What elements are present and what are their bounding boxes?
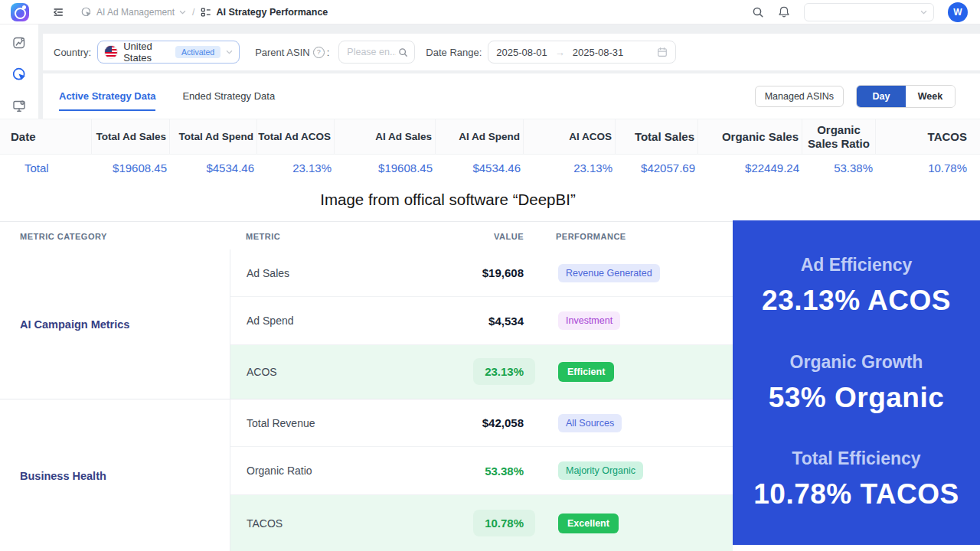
metric-value: $19,608 xyxy=(482,266,524,279)
summary-table-header: Date Total Ad Sales Total Ad Spend Total… xyxy=(0,119,980,155)
metric-value: 23.13% xyxy=(473,358,535,385)
date-range-picker[interactable]: 2025-08-01 → 2025-08-31 xyxy=(488,41,676,64)
metric-row-tacos: TACOS 10.78% Excellent xyxy=(230,495,733,551)
metric-name: TACOS xyxy=(247,517,283,530)
strategy-tabs-bar: Active Strategy Data Ended Strategy Data… xyxy=(43,73,980,119)
metrics-table-body: AI Campaign Metrics Ad Sales $19,608 Rev… xyxy=(0,249,733,551)
date-range-label: Date Range: xyxy=(426,47,482,58)
total-value: $42057.69 xyxy=(616,154,698,181)
column-header: AI Ad Sales xyxy=(335,119,436,154)
total-value: 23.13% xyxy=(257,154,335,181)
metric-name: ACOS xyxy=(247,366,277,378)
search-icon[interactable] xyxy=(398,47,408,57)
column-header: Organic Sales Ratio xyxy=(802,119,876,154)
metric-row-total-revenue: Total Revenue $42,058 All Sources xyxy=(230,399,733,447)
metric-value: $42,058 xyxy=(482,416,524,429)
account-select[interactable] xyxy=(804,3,934,21)
parent-asin-colon: : xyxy=(327,47,330,58)
date-start[interactable]: 2025-08-01 xyxy=(496,47,547,58)
performance-badge: Efficient xyxy=(558,362,614,382)
day-toggle-button[interactable]: Day xyxy=(857,86,906,107)
performance-badge: Investment xyxy=(558,311,620,330)
total-value: 10.78% xyxy=(876,154,970,181)
metric-row-organic-ratio: Organic Ratio 53.38% Majority Organic xyxy=(230,447,733,494)
metric-name: Organic Ratio xyxy=(247,465,312,477)
total-value: $19608.45 xyxy=(92,154,170,181)
date-end[interactable]: 2025-08-31 xyxy=(573,47,624,58)
promo-label: Organic Growth xyxy=(790,352,923,373)
metric-category-header: METRIC CATEGORY xyxy=(20,222,107,250)
column-header: AI Ad Spend xyxy=(436,119,524,154)
us-flag-icon xyxy=(104,45,118,59)
metrics-table-header: METRIC CATEGORY METRIC VALUE PERFORMANCE xyxy=(0,221,733,251)
column-header: Total Sales xyxy=(616,119,698,154)
category-rows: Ad Sales $19,608 Revenue Generated Ad Sp… xyxy=(230,249,733,399)
tab-ended-strategy-data[interactable]: Ended Strategy Data xyxy=(182,81,275,111)
country-label: Country: xyxy=(54,47,91,58)
column-header: Total Ad Sales xyxy=(92,119,170,154)
promo-value: 23.13% ACOS xyxy=(762,285,951,317)
menu-fold-icon[interactable] xyxy=(52,6,64,18)
app-logo-icon[interactable] xyxy=(11,3,29,21)
promo-total-efficiency: Total Efficiency 10.78% TACOS xyxy=(753,448,959,510)
breadcrumb: AI Ad Management / AI Strategy Performan… xyxy=(81,7,328,18)
column-header: Total Ad Spend xyxy=(170,119,257,154)
column-header: Total Ad ACOS xyxy=(257,119,335,154)
metric-row-acos: ACOS 23.13% Efficient xyxy=(230,345,733,399)
arrow-right-icon: → xyxy=(555,47,565,58)
sidebar xyxy=(0,24,38,119)
parent-asin-label: Parent ASIN xyxy=(255,47,310,58)
promo-value: 53% Organic xyxy=(769,382,945,414)
summary-total-row: Total $19608.45 $4534.46 23.13% $19608.4… xyxy=(0,154,980,181)
performance-badge: Majority Organic xyxy=(558,461,643,480)
promo-value: 10.78% TACOS xyxy=(753,478,959,510)
promo-organic-growth: Organic Growth 53% Organic xyxy=(769,352,945,414)
metric-name: Ad Sales xyxy=(247,267,289,279)
column-header: Organic Sales xyxy=(698,119,802,154)
device-settings-icon[interactable] xyxy=(9,96,29,116)
chevron-down-icon[interactable] xyxy=(179,10,186,15)
metric-value: 53.38% xyxy=(485,465,524,478)
column-header: TACOS xyxy=(876,119,970,154)
chevron-down-icon xyxy=(226,50,233,54)
total-label: Total xyxy=(0,154,92,181)
total-value: $22449.24 xyxy=(698,154,802,181)
breadcrumb-separator: / xyxy=(192,7,194,18)
managed-asins-button[interactable]: Managed ASINs xyxy=(755,86,844,107)
breadcrumb-parent[interactable]: AI Ad Management xyxy=(96,7,175,18)
country-select[interactable]: United States Activated xyxy=(97,41,240,64)
layout-grid-icon xyxy=(201,7,211,18)
total-value: 53.38% xyxy=(802,154,876,181)
filter-bar: Country: United States Activated Parent … xyxy=(43,34,980,70)
help-icon[interactable] xyxy=(313,47,325,58)
category-name: Business Health xyxy=(0,399,230,551)
week-toggle-button[interactable]: Week xyxy=(906,86,955,107)
performance-badge: Excellent xyxy=(558,514,619,533)
topbar: AI Ad Management / AI Strategy Performan… xyxy=(0,0,980,24)
column-header: Date xyxy=(0,119,92,154)
image-caption: Image from offical software “DeepBI” xyxy=(0,188,896,211)
analytics-icon[interactable] xyxy=(9,33,29,53)
promo-ad-efficiency: Ad Efficiency 23.13% ACOS xyxy=(762,255,951,317)
highlight-panel: Ad Efficiency 23.13% ACOS Organic Growth… xyxy=(733,220,980,545)
search-icon[interactable] xyxy=(752,6,764,18)
tab-active-strategy-data[interactable]: Active Strategy Data xyxy=(59,81,155,111)
category-block-ai-campaign-metrics: AI Campaign Metrics Ad Sales $19,608 Rev… xyxy=(0,249,733,399)
total-value: $4534.46 xyxy=(436,154,524,181)
total-value: $4534.46 xyxy=(170,154,257,181)
promo-label: Total Efficiency xyxy=(792,448,920,469)
value-header: VALUE xyxy=(494,222,524,250)
ai-ad-target-icon xyxy=(81,7,92,18)
parent-asin-input[interactable] xyxy=(345,46,397,58)
bell-icon[interactable] xyxy=(778,5,790,18)
ai-ad-management-icon[interactable] xyxy=(9,64,29,84)
metric-header: METRIC xyxy=(246,222,280,250)
performance-header: PERFORMANCE xyxy=(556,222,626,250)
user-avatar[interactable]: W xyxy=(948,2,968,22)
country-value: United States xyxy=(123,41,168,64)
parent-asin-field xyxy=(338,41,415,64)
topbar-actions: W xyxy=(752,2,968,22)
category-block-business-health: Business Health Total Revenue $42,058 Al… xyxy=(0,399,733,551)
tabs-actions: Managed ASINs Day Week xyxy=(755,85,956,108)
metric-name: Ad Spend xyxy=(247,315,294,327)
